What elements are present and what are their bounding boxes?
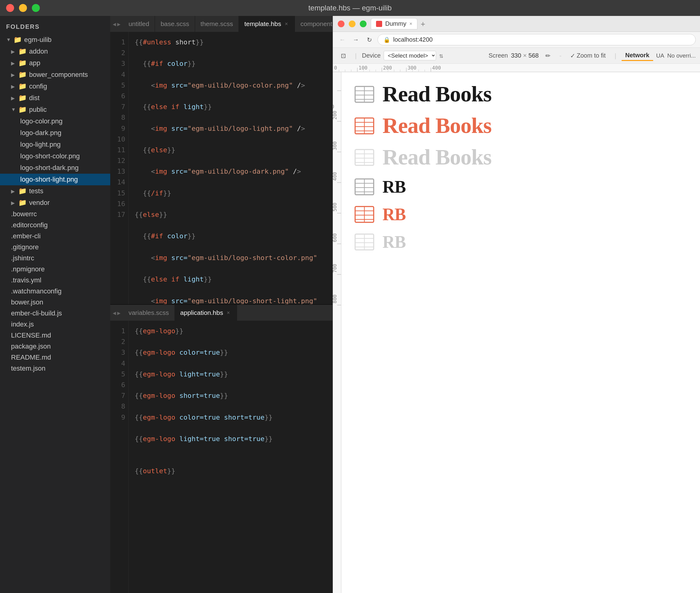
- network-label: Network: [625, 52, 650, 58]
- zoom-button[interactable]: ✓ Zoom to fit: [567, 51, 609, 61]
- browser-address-bar[interactable]: 🔒 localhost:4200: [378, 34, 696, 45]
- sidebar-file-license[interactable]: LICENSE.md: [0, 330, 110, 341]
- nav-left-icon[interactable]: ◀: [113, 310, 116, 316]
- tab-base-scss[interactable]: base.scss: [155, 16, 195, 32]
- maximize-button[interactable]: [32, 4, 40, 12]
- logo-row-1: Read Books: [354, 81, 688, 107]
- editor-area: ◀ ▶ untitled base.scss theme.scss templa…: [110, 16, 333, 593]
- tab-application-hbs[interactable]: application.hbs ×: [175, 305, 237, 321]
- sidebar-file-travis[interactable]: .travis.yml: [0, 275, 110, 286]
- sidebar-file-logo-short-color[interactable]: logo-short-color.png: [0, 150, 110, 162]
- browser-tab-dummy[interactable]: Dummy ×: [371, 18, 417, 29]
- close-button[interactable]: [6, 4, 14, 12]
- arrow-icon: ▶: [11, 72, 16, 78]
- code-editor-bottom[interactable]: 1234 5678 9 {{egm-logo}} {{egm-logo colo…: [110, 321, 333, 593]
- sidebar-file-ember-cli-build[interactable]: ember-cli-build.js: [0, 308, 110, 319]
- sidebar-item-dist[interactable]: ▶ 📁 dist: [0, 92, 110, 104]
- logo-preview: Read Books Read Books: [341, 72, 700, 593]
- sidebar-header: FOLDERS: [0, 16, 110, 34]
- tab-nav-left-bottom[interactable]: ◀ ▶: [110, 305, 123, 321]
- tab-close-icon[interactable]: ×: [226, 310, 231, 315]
- folder-icon: 📁: [18, 187, 27, 195]
- browser-tab-title: Dummy: [385, 20, 406, 27]
- tab-nav-left[interactable]: ◀ ▶: [110, 16, 123, 32]
- tab-theme-scss[interactable]: theme.scss: [195, 16, 239, 32]
- logo-text-read-books-dark: Read Books: [382, 81, 491, 107]
- browser-tab-close-icon[interactable]: ×: [409, 21, 412, 27]
- logo-text-rb-light: RB: [382, 232, 406, 252]
- svg-text:800: 800: [333, 295, 338, 304]
- code-content-top: {{#unless short}} {{#if color}} <img src…: [129, 32, 333, 304]
- sidebar-item-vendor[interactable]: ▶ 📁 vendor: [0, 197, 110, 208]
- nav-right-icon[interactable]: ▶: [117, 21, 121, 27]
- times-icon: ×: [523, 52, 527, 59]
- folder-icon: 📁: [18, 71, 27, 79]
- folder-label: dist: [29, 94, 40, 102]
- sidebar-item-tests[interactable]: ▶ 📁 tests: [0, 185, 110, 197]
- browser-back-button[interactable]: ←: [337, 35, 347, 45]
- browser-refresh-button[interactable]: ↻: [364, 35, 374, 45]
- sidebar-item-addon[interactable]: ▶ 📁 addon: [0, 46, 110, 57]
- browser-new-tab-button[interactable]: +: [417, 18, 428, 29]
- folder-icon: 📁: [13, 36, 22, 44]
- address-lock-icon: 🔒: [383, 36, 390, 43]
- sidebar-item-public[interactable]: ▼ 📁 public: [0, 104, 110, 116]
- line-numbers-bottom: 1234 5678 9: [110, 321, 129, 593]
- logo-text-read-books-coral: Read Books: [382, 113, 491, 139]
- sidebar-file-gitignore[interactable]: .gitignore: [0, 242, 110, 253]
- browser-close-button[interactable]: [338, 21, 344, 27]
- window-controls[interactable]: [6, 4, 40, 12]
- sidebar-file-watchmanconfig[interactable]: .watchmanconfig: [0, 286, 110, 297]
- sidebar-item-config[interactable]: ▶ 📁 config: [0, 81, 110, 92]
- folder-label: bower_components: [29, 71, 88, 79]
- svg-text:700: 700: [333, 264, 338, 273]
- sidebar-file-logo-short-light[interactable]: logo-short-light.png: [0, 174, 110, 185]
- sidebar-file-package-json[interactable]: package.json: [0, 341, 110, 352]
- sidebar-root-folder[interactable]: ▼ 📁 egm-uilib: [0, 34, 110, 46]
- sidebar-file-npmignore[interactable]: .npmignore: [0, 264, 110, 275]
- device-model-select[interactable]: <Select model>: [384, 51, 436, 60]
- devtools-separator2: -: [559, 52, 562, 60]
- sidebar-file-editorconfig[interactable]: .editorconfig: [0, 220, 110, 231]
- devtools-bar: ⊡ | Device <Select model> ⇅ Screen 330 ×…: [333, 48, 700, 64]
- sidebar-file-logo-short-dark[interactable]: logo-short-dark.png: [0, 162, 110, 174]
- sidebar-file-jshintrc[interactable]: .jshintrc: [0, 253, 110, 264]
- tab-close-icon[interactable]: ×: [284, 21, 289, 27]
- network-tab[interactable]: Network: [622, 50, 653, 61]
- sidebar-file-logo-light[interactable]: logo-light.png: [0, 139, 110, 150]
- tab-untitled[interactable]: untitled: [123, 16, 155, 32]
- arrow-icon: ▼: [11, 107, 16, 112]
- browser-title-bar: Dummy × +: [333, 16, 700, 32]
- svg-text:0: 0: [334, 65, 337, 71]
- sidebar-item-app[interactable]: ▶ 📁 app: [0, 57, 110, 69]
- nav-left-icon[interactable]: ◀: [113, 21, 116, 27]
- browser-max-button[interactable]: [360, 21, 367, 27]
- sidebar-file-ember-cli[interactable]: .ember-cli: [0, 231, 110, 242]
- sidebar-item-bower-components[interactable]: ▶ 📁 bower_components: [0, 69, 110, 81]
- sidebar-file-bowerrc[interactable]: .bowerrc: [0, 208, 110, 220]
- sidebar-file-readme[interactable]: README.md: [0, 352, 110, 363]
- tab-variables-scss[interactable]: variables.scss: [123, 305, 175, 321]
- sidebar-file-bower-json[interactable]: bower.json: [0, 297, 110, 308]
- devtools-toggle-button[interactable]: ⊡: [337, 51, 350, 61]
- minimize-button[interactable]: [19, 4, 27, 12]
- browser-min-button[interactable]: [349, 21, 356, 27]
- sidebar-file-testem[interactable]: testem.json: [0, 363, 110, 374]
- tab-template-hbs[interactable]: template.hbs ×: [239, 16, 295, 32]
- sidebar-file-index-js[interactable]: index.js: [0, 319, 110, 330]
- nav-right-icon[interactable]: ▶: [117, 310, 121, 316]
- editor-pane-bottom: ◀ ▶ variables.scss application.hbs × 123…: [110, 305, 333, 593]
- ruler-svg: 100 200 300 400: [333, 64, 700, 72]
- logo-icon-rb-light: [354, 231, 375, 253]
- tab-component[interactable]: component...: [295, 16, 333, 32]
- sidebar-file-logo-color[interactable]: logo-color.png: [0, 116, 110, 127]
- dimensions-edit-button[interactable]: ✏: [542, 51, 554, 61]
- browser-forward-button[interactable]: →: [351, 35, 361, 45]
- sidebar-file-logo-dark[interactable]: logo-dark.png: [0, 127, 110, 139]
- arrow-icon: ▶: [11, 95, 16, 101]
- browser-window: Dummy × + ← → ↻ 🔒 localhost:4200 ⊡ | Dev…: [333, 16, 700, 593]
- code-editor-top[interactable]: 1234 5678 9101112 13141516 17 {{#unless …: [110, 32, 333, 304]
- arrow-icon: ▶: [11, 60, 16, 66]
- main-layout: FOLDERS ▼ 📁 egm-uilib ▶ 📁 addon ▶ 📁 app …: [0, 16, 700, 593]
- tab-label: untitled: [129, 20, 150, 28]
